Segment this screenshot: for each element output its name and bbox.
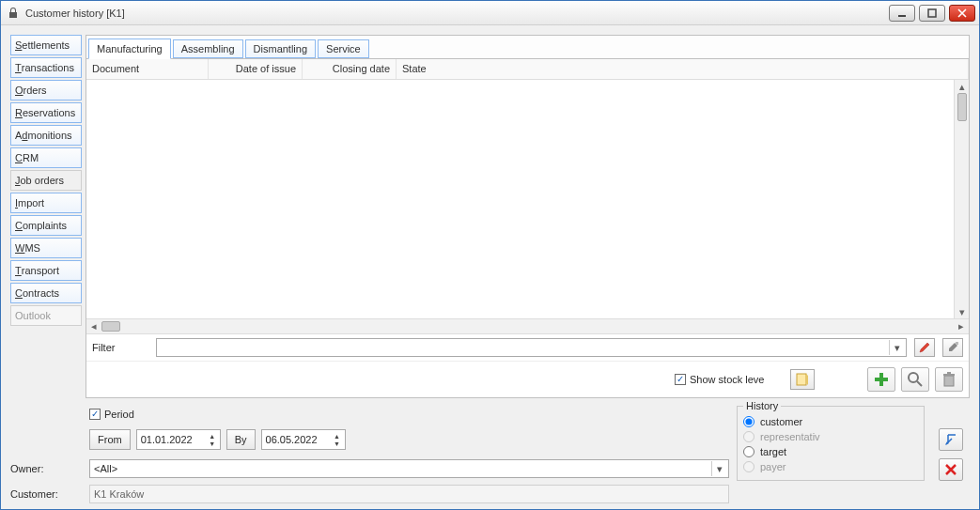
svg-rect-0 [898,15,906,17]
delete-button[interactable] [935,367,963,392]
history-group: History customer representativ target pa… [737,406,925,481]
history-opt-representative: representativ [743,429,918,444]
sidenav-item-settlements[interactable]: Settlements [10,35,82,55]
svg-rect-7 [944,376,954,386]
col-closing-date[interactable]: Closing date [303,59,397,79]
sidenav-item-admonitions[interactable]: Admonitions [10,125,82,146]
sidenav-item-transport[interactable]: Transport [10,260,82,281]
sidenav-item-reservations[interactable]: Reservations [10,102,82,123]
footer-side-buttons [932,406,970,481]
lock-icon [7,7,20,20]
history-opt-target[interactable]: target [743,444,918,459]
period-checkbox[interactable] [89,409,101,420]
period-label: Period [104,409,134,420]
to-date-spinner[interactable]: ▲▼ [332,432,343,447]
period-dates: From 01.01.2022 ▲▼ By 06.05.2022 ▲▼ [89,429,729,450]
svg-rect-3 [797,374,806,385]
book-icon-button[interactable] [790,369,815,390]
cancel-button[interactable] [939,458,963,481]
owner-combo[interactable]: <All> ▾ [89,459,729,478]
filter-row: Filter ▾ [86,333,969,361]
show-stock-checkbox[interactable] [675,374,686,385]
svg-rect-8 [943,374,955,376]
side-nav: SettlementsTransactionsOrdersReservation… [10,35,82,398]
svg-point-6 [909,373,918,382]
owner-value: <All> [94,463,117,474]
scroll-left-icon[interactable]: ◂ [86,320,101,332]
grid-wrap: Document Date of issue Closing date Stat… [86,58,969,397]
content-area: SettlementsTransactionsOrdersReservation… [1,25,979,402]
customer-field: K1 Kraków [89,485,729,503]
minimize-button[interactable] [889,5,915,22]
tabs-row: ManufacturingAssemblingDismantlingServic… [86,36,969,58]
sidenav-item-import[interactable]: Import [10,193,82,213]
period-box: Period [89,409,729,420]
footer: Period History customer representativ ta… [1,402,979,509]
scroll-down-icon[interactable]: ▾ [956,305,969,318]
svg-rect-2 [956,342,958,345]
from-date-value: 01.01.2022 [141,434,193,445]
show-stock-label: Show stock leve [690,374,764,385]
tab-assembling[interactable]: Assembling [173,39,243,58]
col-date-of-issue[interactable]: Date of issue [209,59,303,79]
window-title: Customer history [K1] [25,8,889,19]
sidenav-item-complaints[interactable]: Complaints [10,215,82,236]
from-date-spinner[interactable]: ▲▼ [207,432,218,447]
from-button[interactable]: From [89,429,131,450]
maximize-button[interactable] [919,5,945,22]
sidenav-item-contracts[interactable]: Contracts [10,283,82,303]
sidenav-item-orders[interactable]: Orders [10,80,82,100]
history-opt-customer[interactable]: customer [743,414,918,429]
to-date-field[interactable]: 06.05.2022 ▲▼ [261,429,346,450]
scroll-right-icon[interactable]: ▸ [954,320,969,332]
to-date-value: 06.05.2022 [266,434,318,445]
sidenav-item-job-orders[interactable]: Job orders [10,170,82,191]
svg-rect-1 [928,9,936,17]
grid-header: Document Date of issue Closing date Stat… [86,59,969,80]
filter-combo[interactable]: ▾ [156,338,907,357]
customer-value: K1 Kraków [94,488,144,500]
close-button[interactable] [949,5,975,22]
titlebar: Customer history [K1] [1,1,979,25]
customer-label: Customer: [10,488,82,500]
sidenav-item-wms[interactable]: WMS [10,238,82,258]
add-button[interactable] [867,367,895,392]
history-opt-payer: payer [743,459,918,474]
tab-service[interactable]: Service [318,39,369,58]
expand-button[interactable] [939,428,963,451]
col-state[interactable]: State [397,59,969,79]
owner-label: Owner: [10,463,82,474]
hscroll-thumb[interactable] [101,321,120,332]
chevron-down-icon[interactable]: ▾ [711,461,726,476]
tab-manufacturing[interactable]: Manufacturing [88,39,171,59]
sidenav-item-outlook: Outlook [10,305,82,326]
svg-rect-9 [947,372,951,374]
search-button[interactable] [901,367,929,392]
vertical-scrollbar[interactable]: ▴ ▾ [954,80,969,318]
history-legend: History [743,400,781,411]
window-root: Customer history [K1] SettlementsTransac… [0,0,980,510]
horizontal-scrollbar[interactable]: ◂ ▸ [86,318,969,333]
grid-body[interactable]: ▴ ▾ [86,80,969,318]
filter-label: Filter [92,342,148,353]
col-document[interactable]: Document [86,59,209,79]
filter-edit-button[interactable] [914,338,935,357]
chevron-down-icon[interactable]: ▾ [889,340,904,355]
sidenav-item-transactions[interactable]: Transactions [10,57,82,78]
filter-settings-button[interactable] [942,338,963,357]
from-date-field[interactable]: 01.01.2022 ▲▼ [136,429,221,450]
by-button[interactable]: By [226,429,256,450]
vscroll-thumb[interactable] [957,93,967,121]
tab-dismantling[interactable]: Dismantling [245,39,316,58]
svg-rect-5 [875,378,888,381]
scroll-up-icon[interactable]: ▴ [956,80,969,93]
sidenav-item-crm[interactable]: CRM [10,147,82,168]
tools-row: Show stock leve [86,361,969,397]
main-pane: ManufacturingAssemblingDismantlingServic… [86,35,970,398]
